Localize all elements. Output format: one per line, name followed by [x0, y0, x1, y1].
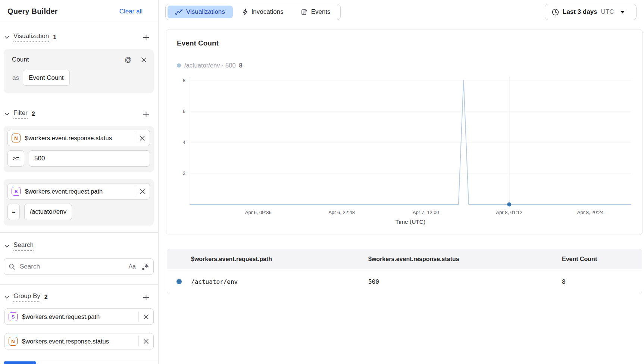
case-sensitive-toggle[interactable]: Aa [128, 263, 136, 270]
filter-operator-select[interactable]: = [7, 204, 20, 220]
search-section-label[interactable]: Search [13, 241, 34, 251]
lightning-icon [243, 9, 248, 15]
cell-event-count: 8 [538, 278, 642, 285]
tab-visualizations[interactable]: Visualizations [168, 6, 233, 18]
filter-section-label[interactable]: Filter [13, 109, 28, 119]
chevron-down-icon[interactable] [4, 245, 9, 248]
filter-count: 2 [32, 111, 35, 117]
filter-value-input[interactable]: /actuator/env [24, 204, 72, 220]
group-by-count: 2 [44, 294, 48, 301]
line-chart-icon [175, 9, 182, 15]
svg-text:8: 8 [183, 78, 185, 83]
visualization-section-label[interactable]: Visualization [13, 32, 49, 42]
clear-all-button[interactable]: Clear all [119, 8, 143, 15]
as-label: as [12, 74, 19, 82]
caret-down-icon [620, 10, 625, 14]
run-query-button-peek[interactable] [4, 361, 36, 364]
filter-field-selector[interactable]: N $workers.event.response.status [7, 130, 150, 146]
add-filter-button[interactable] [142, 110, 150, 118]
tab-label: Visualizations [186, 8, 225, 16]
svg-text:Apr 8, 01:12: Apr 8, 01:12 [496, 210, 522, 215]
divider [0, 284, 158, 285]
event-count-line-chart: 2468Apr 6, 09:36Apr 6, 22:48Apr 7, 12:00… [166, 29, 643, 235]
table-row[interactable]: /actuator/env 500 8 [167, 269, 642, 294]
page-title: Query Builder [7, 7, 58, 16]
remove-group-by-button[interactable] [142, 338, 150, 345]
filter-card: N $workers.event.response.status >= 500 [4, 126, 154, 172]
filter-field-name: $workers.event.response.status [25, 135, 135, 142]
search-icon [9, 263, 15, 270]
svg-text:2: 2 [183, 170, 185, 176]
filter-field-name: $workers.event.request.path [25, 188, 135, 195]
view-tabs: Visualizations Invocations Events [165, 4, 341, 20]
time-range-label: Last 3 days [563, 8, 597, 16]
regex-toggle-icon[interactable] [142, 263, 149, 270]
sidebar-header: Query Builder Clear all [0, 0, 158, 23]
remove-visualization-button[interactable] [140, 56, 148, 64]
group-by-section-header: Group By 2 [4, 291, 150, 303]
search-box: Aa [4, 258, 154, 275]
svg-text:4: 4 [183, 139, 185, 145]
time-range-timezone: UTC [601, 8, 614, 16]
visualization-count: 1 [53, 34, 56, 41]
add-group-by-button[interactable] [142, 294, 150, 301]
search-section-header: Search [4, 240, 150, 252]
at-icon[interactable]: @ [125, 56, 132, 64]
svg-text:Apr 8, 20:24: Apr 8, 20:24 [577, 210, 604, 215]
group-by-field-name: $workers.event.request.path [22, 313, 138, 320]
column-header-event-count: Event Count [538, 256, 642, 263]
svg-text:Apr 6, 22:48: Apr 6, 22:48 [328, 210, 355, 215]
chevron-down-icon[interactable] [4, 36, 9, 39]
numeric-type-badge: N [9, 337, 18, 346]
cell-path: /actuator/env [167, 278, 344, 285]
chevron-down-icon[interactable] [4, 113, 9, 116]
column-header-path: $workers.event.request.path [167, 256, 344, 263]
document-icon [301, 9, 307, 15]
string-type-badge: S [9, 312, 18, 321]
svg-text:Apr 6, 09:36: Apr 6, 09:36 [245, 210, 272, 215]
filter-operator-select[interactable]: >= [7, 150, 24, 167]
filter-value-input[interactable]: 500 [29, 150, 150, 167]
search-input[interactable] [19, 263, 128, 271]
filter-card: S $workers.event.request.path = /actuato… [4, 179, 154, 226]
visualization-card: Count @ as Event Count [4, 49, 154, 93]
svg-text:6: 6 [183, 109, 185, 114]
divider [0, 359, 158, 359]
clock-icon [552, 9, 559, 16]
tab-invocations[interactable]: Invocations [235, 6, 291, 18]
tab-label: Invocations [251, 8, 284, 16]
divider [0, 232, 158, 233]
query-builder-sidebar: Query Builder Clear all Visualization 1 … [0, 0, 159, 364]
divider [138, 336, 139, 346]
group-by-field-selector[interactable]: N $workers.event.response.status [4, 333, 154, 349]
svg-text:Time (UTC): Time (UTC) [396, 219, 425, 225]
divider [135, 186, 135, 197]
divider [0, 102, 158, 102]
filter-section-header: Filter 2 [4, 108, 150, 120]
visualization-function-label[interactable]: Count [12, 56, 29, 63]
add-visualization-button[interactable] [142, 34, 150, 41]
divider [138, 311, 139, 322]
tab-events[interactable]: Events [293, 6, 338, 18]
column-header-status: $workers.event.response.status [344, 256, 538, 263]
results-table: $workers.event.request.path $workers.eve… [167, 249, 642, 294]
time-range-picker[interactable]: Last 3 days UTC [545, 4, 637, 20]
string-type-badge: S [12, 187, 21, 196]
filter-field-selector[interactable]: S $workers.event.request.path [7, 183, 150, 200]
svg-text:Apr 7, 12:00: Apr 7, 12:00 [413, 210, 439, 215]
divider [135, 133, 135, 143]
remove-filter-button[interactable] [138, 188, 146, 195]
table-header-row: $workers.event.request.path $workers.eve… [167, 249, 642, 269]
numeric-type-badge: N [12, 134, 21, 142]
series-dot-icon [176, 279, 182, 284]
remove-group-by-button[interactable] [142, 313, 150, 321]
tab-label: Events [311, 8, 331, 16]
chevron-down-icon[interactable] [4, 296, 9, 299]
group-by-section-label[interactable]: Group By [13, 292, 40, 302]
cell-status: 500 [344, 278, 538, 285]
remove-filter-button[interactable] [138, 134, 146, 142]
visualization-alias-input[interactable]: Event Count [23, 70, 70, 86]
event-count-chart-card: Event Count /actuator/env · 500 8 2468Ap… [166, 29, 643, 235]
group-by-field-selector[interactable]: S $workers.event.request.path [4, 308, 154, 325]
group-by-field-name: $workers.event.response.status [22, 338, 138, 345]
